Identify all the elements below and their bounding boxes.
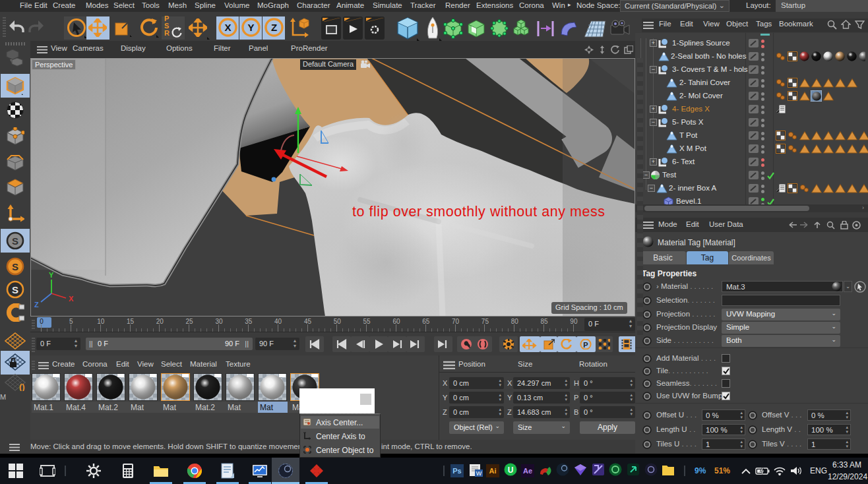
svg-text:S: S xyxy=(12,284,18,295)
svg-text:W: W xyxy=(476,470,482,477)
svg-text:Y: Y xyxy=(247,22,254,33)
svg-text:U: U xyxy=(508,466,514,475)
svg-text:(): () xyxy=(19,382,25,391)
svg-text:S: S xyxy=(12,235,18,247)
svg-text:Z: Z xyxy=(34,301,39,309)
svg-text:X: X xyxy=(224,22,231,33)
svg-text:X: X xyxy=(69,295,74,303)
svg-text:to flip over smoothly without: to flip over smoothly without any mess xyxy=(352,204,605,220)
svg-text:Y: Y xyxy=(49,271,54,279)
svg-text:P: P xyxy=(583,341,588,349)
svg-text:Z: Z xyxy=(271,22,277,33)
svg-text:S: S xyxy=(12,261,18,272)
